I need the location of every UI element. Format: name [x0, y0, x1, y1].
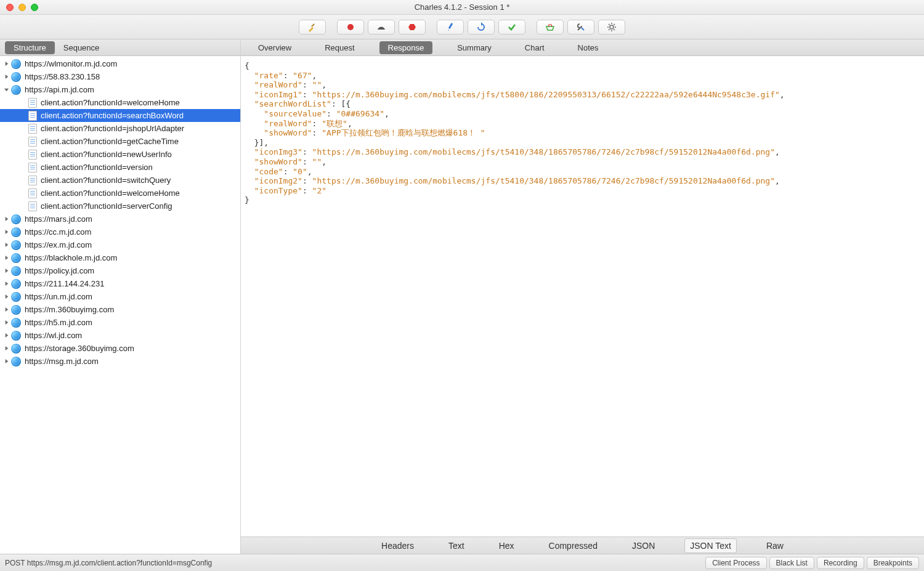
host-node[interactable]: https://un.m.jd.com	[0, 290, 240, 303]
host-node[interactable]: https://m.360buyimg.com	[0, 303, 240, 316]
response-json-text[interactable]: { "rate": "67", "realWord": "", "iconImg…	[241, 56, 924, 537]
host-label: https://api.m.jd.com	[25, 85, 94, 94]
tab-response[interactable]: Response	[379, 41, 433, 54]
btab-compressed[interactable]: Compressed	[544, 539, 602, 553]
host-node[interactable]: https://storage.360buyimg.com	[0, 342, 240, 355]
host-node[interactable]: https://wl.jd.com	[0, 329, 240, 342]
edit-button[interactable]	[437, 20, 464, 34]
window-controls	[0, 4, 38, 11]
request-node[interactable]: client.action?functionId=welcomeHome	[0, 187, 240, 200]
tab-structure[interactable]: Structure	[5, 41, 55, 54]
host-node[interactable]: https://blackhole.m.jd.com	[0, 251, 240, 264]
file-icon	[28, 137, 37, 147]
request-node[interactable]: client.action?functionId=version	[0, 161, 240, 174]
broom-button[interactable]	[299, 20, 326, 34]
request-label: client.action?functionId=jshopUrlAdapter	[41, 124, 184, 133]
btab-raw[interactable]: Raw	[761, 539, 788, 553]
host-node[interactable]: https://wlmonitor.m.jd.com	[0, 57, 240, 70]
globe-icon	[11, 59, 21, 69]
chevron-right-icon[interactable]	[2, 229, 10, 236]
host-node[interactable]: https://api.m.jd.com	[0, 83, 240, 96]
tools-button[interactable]	[567, 20, 594, 34]
zoom-window-icon[interactable]	[31, 4, 38, 11]
chevron-right-icon[interactable]	[2, 345, 10, 352]
globe-icon	[11, 344, 21, 354]
chevron-down-icon[interactable]	[2, 86, 10, 94]
tab-notes[interactable]: Notes	[569, 41, 607, 54]
request-node[interactable]: client.action?functionId=newUserInfo	[0, 148, 240, 161]
chevron-right-icon[interactable]	[2, 73, 10, 81]
chevron-right-icon[interactable]	[2, 319, 10, 326]
btab-text[interactable]: Text	[444, 539, 469, 553]
host-label: https://mars.jd.com	[25, 214, 92, 224]
toolbar	[0, 15, 924, 39]
host-tree[interactable]: https://wlmonitor.m.jd.comhttps://58.83.…	[0, 56, 240, 554]
btab-jsontext[interactable]: JSON Text	[684, 538, 737, 553]
stop-button[interactable]	[399, 20, 426, 34]
chevron-right-icon[interactable]	[2, 293, 10, 301]
chevron-right-icon[interactable]	[2, 241, 10, 249]
tab-summary[interactable]: Summary	[448, 41, 500, 54]
throttle-button[interactable]	[368, 20, 395, 34]
host-label: https://un.m.jd.com	[25, 292, 92, 301]
chevron-right-icon[interactable]	[2, 332, 10, 339]
file-icon	[28, 201, 37, 211]
globe-icon	[11, 292, 21, 302]
tab-chart[interactable]: Chart	[516, 41, 553, 54]
host-node[interactable]: https://h5.m.jd.com	[0, 316, 240, 329]
host-node[interactable]: https://mars.jd.com	[0, 213, 240, 225]
tab-sequence[interactable]: Sequence	[55, 41, 108, 54]
record-button[interactable]	[337, 20, 364, 34]
request-label: client.action?functionId=searchBoxWord	[41, 111, 184, 120]
svg-point-4	[610, 25, 614, 29]
request-label: client.action?functionId=version	[41, 163, 153, 172]
request-label: client.action?functionId=welcomeHome	[41, 188, 180, 198]
pill-recording[interactable]: Recording	[817, 557, 864, 569]
minimize-window-icon[interactable]	[18, 4, 26, 11]
basket-button[interactable]	[537, 20, 564, 34]
request-node[interactable]: client.action?functionId=searchBoxWord	[0, 109, 240, 122]
globe-icon	[11, 240, 21, 250]
file-icon	[28, 163, 37, 172]
host-label: https://ex.m.jd.com	[25, 240, 92, 249]
host-label: https://m.360buyimg.com	[25, 305, 114, 314]
close-window-icon[interactable]	[6, 4, 14, 11]
request-node[interactable]: client.action?functionId=welcomeHome	[0, 96, 240, 109]
tab-overview[interactable]: Overview	[249, 41, 300, 54]
chevron-right-icon[interactable]	[2, 267, 10, 275]
bottom-tabbar: Headers Text Hex Compressed JSON JSON Te…	[241, 537, 924, 554]
request-node[interactable]: client.action?functionId=jshopUrlAdapter	[0, 122, 240, 135]
host-node[interactable]: https://211.144.24.231	[0, 277, 240, 290]
host-label: https://58.83.230.158	[25, 72, 100, 81]
validate-button[interactable]	[498, 20, 525, 34]
globe-icon	[11, 331, 21, 341]
btab-json[interactable]: JSON	[627, 539, 660, 553]
globe-icon	[11, 72, 21, 82]
request-node[interactable]: client.action?functionId=getCacheTime	[0, 135, 240, 148]
host-label: https://storage.360buyimg.com	[25, 344, 134, 353]
chevron-right-icon[interactable]	[2, 306, 10, 314]
chevron-right-icon[interactable]	[2, 60, 10, 68]
host-node[interactable]: https://58.83.230.158	[0, 70, 240, 83]
window-title: Charles 4.1.2 - Session 1 *	[0, 2, 924, 12]
host-node[interactable]: https://ex.m.jd.com	[0, 238, 240, 251]
pill-black-list[interactable]: Black List	[769, 557, 814, 569]
chevron-right-icon[interactable]	[2, 280, 10, 288]
btab-headers[interactable]: Headers	[376, 539, 419, 553]
host-node[interactable]: https://policy.jd.com	[0, 264, 240, 277]
chevron-right-icon[interactable]	[2, 358, 10, 365]
chevron-right-icon[interactable]	[2, 216, 10, 223]
svg-rect-0	[311, 23, 315, 27]
repeat-button[interactable]	[468, 20, 495, 34]
settings-button[interactable]	[598, 20, 625, 34]
host-node[interactable]: https://cc.m.jd.com	[0, 225, 240, 238]
tab-request[interactable]: Request	[316, 41, 363, 54]
btab-hex[interactable]: Hex	[494, 539, 519, 553]
pill-client-process[interactable]: Client Process	[705, 557, 766, 569]
request-node[interactable]: client.action?functionId=serverConfig	[0, 200, 240, 213]
host-node[interactable]: https://msg.m.jd.com	[0, 355, 240, 368]
request-node[interactable]: client.action?functionId=switchQuery	[0, 174, 240, 187]
chevron-right-icon[interactable]	[2, 254, 10, 262]
pill-breakpoints[interactable]: Breakpoints	[867, 557, 919, 569]
status-text: POST https://msg.m.jd.com/client.action?…	[5, 559, 212, 567]
